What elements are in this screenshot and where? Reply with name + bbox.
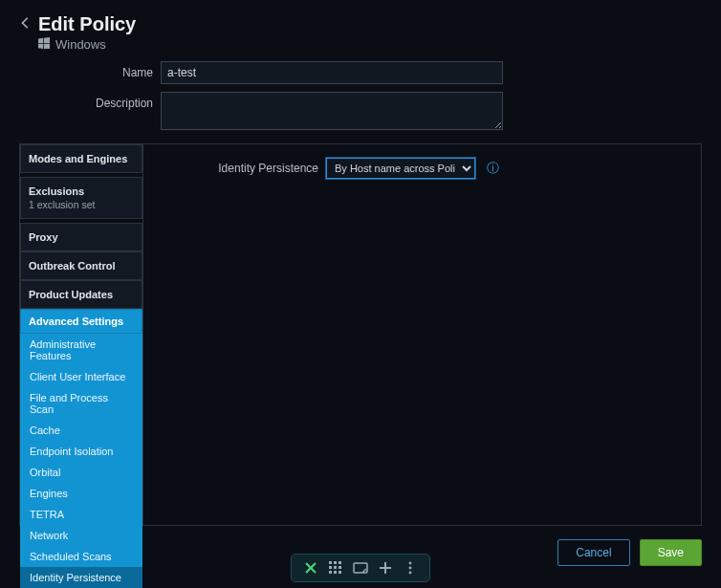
- svg-rect-6: [334, 566, 337, 569]
- svg-point-14: [409, 562, 412, 565]
- sidebar-block-title: Product Updates: [29, 289, 134, 300]
- sidebar-block-modes[interactable]: Modes and Engines: [20, 144, 142, 173]
- content-pane: Identity Persistence By Host name across…: [142, 144, 701, 525]
- description-label: Description: [19, 92, 153, 110]
- screenshot-icon[interactable]: [353, 560, 368, 576]
- adv-item-network[interactable]: Network: [20, 525, 142, 546]
- adv-item-orbital[interactable]: Orbital: [20, 462, 142, 483]
- save-button[interactable]: Save: [640, 539, 702, 566]
- more-icon[interactable]: [403, 560, 418, 576]
- windows-icon: [38, 37, 50, 52]
- adv-item-identity-persistence[interactable]: Identity Persistence: [20, 567, 142, 588]
- sidebar-block-title: Exclusions: [29, 185, 134, 197]
- back-icon[interactable]: [19, 16, 33, 33]
- name-input[interactable]: [161, 61, 503, 84]
- close-icon[interactable]: [303, 560, 318, 576]
- svg-rect-2: [329, 561, 332, 564]
- adv-item-engines[interactable]: Engines: [20, 483, 142, 504]
- svg-rect-4: [339, 561, 341, 564]
- sidebar-block-exclusions[interactable]: Exclusions 1 exclusion set: [20, 177, 142, 219]
- sidebar-block-title: Outbreak Control: [29, 260, 134, 272]
- svg-rect-11: [354, 563, 367, 573]
- name-label: Name: [19, 61, 153, 79]
- svg-rect-8: [329, 571, 332, 574]
- svg-point-15: [409, 567, 412, 570]
- sidebar-block-outbreak[interactable]: Outbreak Control: [20, 251, 142, 280]
- plus-icon[interactable]: [378, 560, 393, 576]
- sidebar: Modes and Engines Exclusions 1 exclusion…: [20, 144, 142, 525]
- sidebar-block-proxy[interactable]: Proxy: [20, 223, 142, 251]
- cancel-button[interactable]: Cancel: [557, 539, 629, 566]
- identity-persistence-select[interactable]: By Host name across Policy: [326, 158, 475, 179]
- adv-item-client-ui[interactable]: Client User Interface: [20, 366, 142, 387]
- description-textarea[interactable]: [161, 92, 503, 130]
- svg-point-16: [409, 572, 412, 575]
- svg-rect-10: [339, 571, 341, 574]
- sidebar-block-updates[interactable]: Product Updates: [20, 280, 142, 309]
- sidebar-advanced-list: Administrative Features Client User Inte…: [20, 334, 142, 588]
- sidebar-block-sub: 1 exclusion set: [29, 199, 134, 210]
- page-title: Edit Policy: [38, 13, 136, 35]
- svg-rect-7: [339, 566, 341, 569]
- sidebar-block-title: Modes and Engines: [29, 153, 134, 164]
- svg-rect-5: [329, 566, 332, 569]
- identity-persistence-label: Identity Persistence: [161, 162, 318, 175]
- svg-rect-3: [334, 561, 337, 564]
- svg-rect-9: [334, 571, 337, 574]
- sidebar-block-title: Proxy: [29, 231, 134, 243]
- adv-item-cache[interactable]: Cache: [20, 420, 142, 441]
- adv-item-file-scan[interactable]: File and Process Scan: [20, 387, 142, 420]
- adv-item-scheduled-scans[interactable]: Scheduled Scans: [20, 546, 142, 567]
- info-icon[interactable]: ⓘ: [487, 160, 499, 177]
- adv-item-admin[interactable]: Administrative Features: [20, 334, 142, 366]
- grid-icon[interactable]: [328, 560, 343, 576]
- dock-toolbar: [291, 554, 430, 582]
- adv-item-endpoint-isolation[interactable]: Endpoint Isolation: [20, 441, 142, 462]
- adv-item-tetra[interactable]: TETRA: [20, 504, 142, 525]
- platform-label: Windows: [55, 37, 106, 52]
- sidebar-advanced-header[interactable]: Advanced Settings: [20, 309, 142, 334]
